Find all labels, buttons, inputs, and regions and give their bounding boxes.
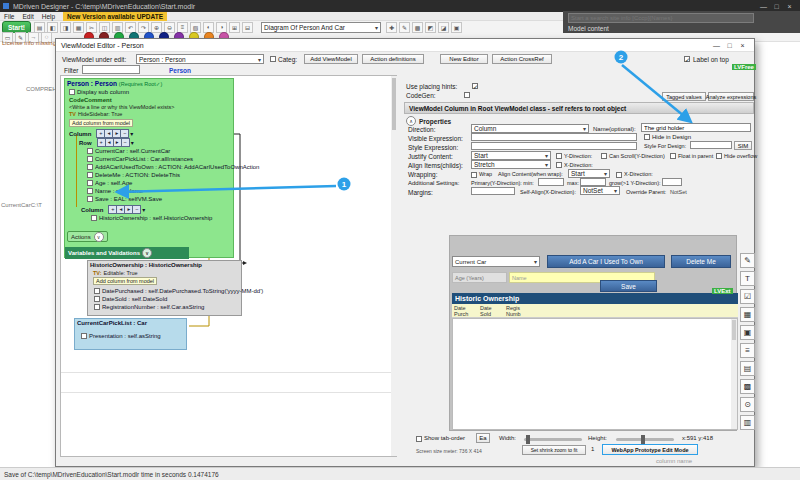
dialog-minimize-button[interactable]: —: [710, 42, 723, 49]
tagged-values-button[interactable]: Tagged values: [662, 92, 706, 101]
minimize-button[interactable]: —: [757, 3, 770, 10]
edit-icon[interactable]: ✎: [740, 253, 755, 268]
checkbox-icon[interactable]: ☑: [740, 289, 755, 304]
splitter-line[interactable]: [61, 372, 391, 373]
preview-list-scrollbar[interactable]: [731, 319, 737, 429]
align-items-select[interactable]: Stretch▾: [471, 160, 551, 169]
add-grid-icon[interactable]: ⊞: [229, 22, 240, 33]
sim-button[interactable]: SIM: [734, 141, 752, 150]
width-slider[interactable]: [524, 438, 582, 441]
item-checkbox[interactable]: [87, 148, 93, 154]
update-banner[interactable]: New Version available UPDATE: [63, 12, 167, 21]
menu-file[interactable]: File: [4, 13, 14, 20]
preview-list-scrollbar-thumb[interactable]: [732, 320, 736, 340]
ea-button[interactable]: Ea: [476, 433, 490, 443]
dialog-close-button[interactable]: ×: [736, 42, 749, 49]
historic-ownership-box[interactable]: HistoricOwnership : HistoricOwnership TV…: [87, 260, 242, 316]
remove-cell-button[interactable]: −: [120, 129, 129, 138]
splitter-line[interactable]: [61, 392, 391, 393]
margins-input[interactable]: [471, 187, 515, 195]
categ-checkbox[interactable]: [270, 56, 276, 62]
column-node-controls[interactable]: + ◂ ▸ −: [108, 205, 140, 214]
tree-scrollbar[interactable]: [391, 76, 397, 456]
hide-in-design-checkbox[interactable]: [644, 134, 650, 140]
tree-item[interactable]: Name : self.Name: [87, 188, 143, 194]
item-checkbox[interactable]: [87, 180, 93, 186]
code-comment-label[interactable]: CodeComment: [69, 97, 112, 103]
text-icon[interactable]: T: [740, 271, 755, 286]
filter-input[interactable]: [82, 65, 140, 74]
remove-cell-button[interactable]: −: [132, 205, 141, 214]
tree-item[interactable]: HistoricOwnership : self.HistoricOwnersh…: [91, 215, 212, 221]
item-checkbox[interactable]: [81, 333, 87, 339]
align-content-select[interactable]: Start▾: [568, 169, 610, 178]
row-node-controls[interactable]: + ◂ ▸ −: [97, 138, 129, 147]
visible-expression-input[interactable]: [471, 133, 637, 141]
preview-current-car-select[interactable]: Current Car▾: [452, 256, 540, 267]
frame-icon[interactable]: ▣: [451, 22, 462, 33]
x-direction-checkbox[interactable]: [556, 162, 562, 168]
add-viewmodel-button[interactable]: Add ViewModel: [304, 54, 358, 64]
show-tab-order-checkbox[interactable]: [416, 436, 422, 442]
add-column-from-model-button[interactable]: Add column from model: [93, 277, 157, 285]
menu-edit[interactable]: Edit: [22, 13, 33, 20]
item-checkbox[interactable]: [87, 188, 93, 194]
chevron-down-icon[interactable]: ▾: [131, 139, 134, 146]
justify-content-select[interactable]: Start▾: [471, 151, 551, 160]
tree-item[interactable]: Age : self.Age: [87, 180, 132, 186]
preview-grid-list[interactable]: [452, 318, 738, 430]
name-optional-input[interactable]: [641, 123, 751, 132]
theme-icon[interactable]: ◐: [203, 22, 214, 33]
column-node-controls[interactable]: + ◂ ▸ −: [96, 129, 128, 138]
dialog-maximize-button[interactable]: □: [723, 42, 736, 49]
column-node-label[interactable]: Column: [81, 207, 103, 213]
paste-icon[interactable]: ▥: [112, 22, 123, 33]
contrast-icon[interactable]: ◑: [216, 22, 227, 33]
collapse-properties-icon[interactable]: ∧: [406, 116, 416, 126]
use-placing-hints-checkbox[interactable]: [472, 83, 478, 89]
list-icon[interactable]: ≡: [177, 22, 188, 33]
root-viewmodel-box[interactable]: Person : Person (Requires Root✓) Display…: [64, 78, 234, 258]
item-checkbox[interactable]: [87, 156, 93, 162]
item-checkbox[interactable]: [87, 164, 93, 170]
preview-age-field[interactable]: Age (Years): [452, 272, 507, 283]
add-class-icon[interactable]: ✚: [386, 22, 397, 33]
tree-scrollbar-thumb[interactable]: [392, 78, 396, 130]
item-checkbox[interactable]: [87, 196, 93, 202]
rows-icon[interactable]: ▤: [740, 361, 755, 376]
copy-icon[interactable]: ◫: [99, 22, 110, 33]
columns-icon[interactable]: ▥: [740, 415, 755, 430]
max-input[interactable]: [580, 178, 606, 186]
chevron-down-icon[interactable]: ▾: [142, 206, 145, 213]
close-button[interactable]: ×: [783, 3, 796, 10]
menu-help[interactable]: Help: [42, 13, 55, 20]
edit-diagram-icon[interactable]: ✎: [399, 22, 410, 33]
pattern-icon[interactable]: ▧: [190, 22, 201, 33]
list-icon[interactable]: ≡: [740, 343, 755, 358]
column-node-label[interactable]: Column: [69, 131, 91, 137]
tree-item[interactable]: CurrentCar : self.CurrentCar: [87, 148, 170, 154]
x-direction-wrap-checkbox[interactable]: [616, 172, 622, 178]
tree-item[interactable]: CurrentCarPickList : Car.allInstances: [87, 156, 193, 162]
set-shrink-zoom-button[interactable]: Set shrink zoom to fit: [522, 445, 586, 455]
grid-icon[interactable]: ▩: [740, 379, 755, 394]
analyze-expressions-button[interactable]: Analyze expressions: [708, 92, 754, 101]
save-icon[interactable]: ◨: [60, 22, 71, 33]
label-on-top-checkbox[interactable]: [684, 56, 690, 62]
remove-cell-button[interactable]: −: [121, 138, 130, 147]
self-align-select[interactable]: NotSet▾: [580, 186, 620, 195]
preview-grid-column-header[interactable]: Regis Numb: [506, 305, 528, 318]
direction-select[interactable]: Column▾: [471, 124, 589, 133]
tree-item[interactable]: DeleteMe : ACTION: DeleteThis: [87, 172, 180, 178]
add-column-from-model-button[interactable]: Add column from model: [69, 119, 133, 127]
width-slider-thumb[interactable]: [526, 435, 530, 444]
action-crossref-button[interactable]: Action CrossRef: [492, 54, 552, 64]
codegen-checkbox[interactable]: [464, 92, 470, 98]
cut-icon[interactable]: ✂: [86, 22, 97, 33]
tree-item[interactable]: Save : EAL: selfVM.Save: [87, 196, 162, 202]
item-checkbox[interactable]: [87, 172, 93, 178]
table-icon[interactable]: ▦: [740, 307, 755, 322]
remove-grid-icon[interactable]: ⊟: [242, 22, 253, 33]
currentcar-picklist-box[interactable]: CurrentCarPickList : Car Presentation : …: [74, 318, 187, 350]
tree-item[interactable]: DateSold : self.DateSold: [94, 296, 167, 302]
